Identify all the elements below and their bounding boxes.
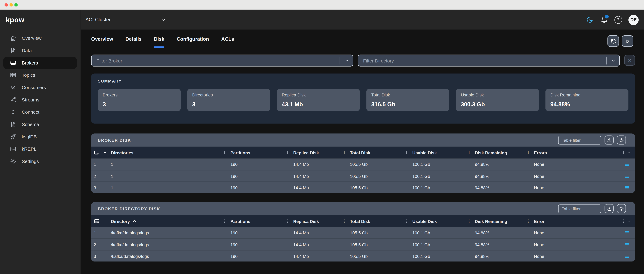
column-menu-icon[interactable]: ⋮	[525, 219, 534, 224]
notifications-button[interactable]	[600, 16, 608, 24]
table-row[interactable]: 1 1 190 14.4 Mb 105.5 Gb 100.1 Gb 94.88%…	[91, 158, 635, 170]
column-menu-icon[interactable]: ⋮	[222, 150, 230, 155]
sort-ascending-icon	[103, 150, 107, 155]
sidebar-item-consumers[interactable]: Consumers	[3, 81, 77, 94]
chevron-down-icon[interactable]	[611, 58, 616, 63]
tab-overview[interactable]: Overview	[91, 36, 113, 44]
row-menu-icon[interactable]	[624, 254, 630, 258]
column-header-disk-remaining[interactable]: ⋮Disk Remaining	[466, 150, 525, 155]
row-menu-icon[interactable]	[624, 242, 630, 247]
partitions-cell: 190	[222, 242, 284, 247]
total-disk-cell: 105.5 Gb	[341, 230, 404, 235]
download-button[interactable]	[604, 204, 614, 213]
sidebar-item-schema[interactable]: Schema	[3, 118, 77, 130]
table-icon	[10, 72, 16, 78]
column-header-total-disk[interactable]: ⋮Total Disk	[341, 218, 404, 224]
column-header-directory[interactable]: Directory	[109, 218, 222, 224]
table-header-menu: ⋮	[620, 218, 635, 224]
chevron-down-icon[interactable]	[344, 58, 350, 63]
live-mode-button[interactable]	[622, 36, 633, 47]
sidebar-item-connect[interactable]: Connect	[3, 106, 77, 118]
column-menu-icon[interactable]: ⋮	[620, 150, 626, 155]
column-header-error[interactable]: ⋮Error	[525, 218, 620, 224]
column-header-label: Disk Remaining	[475, 218, 507, 224]
directory-filter-input[interactable]	[358, 55, 620, 66]
column-menu-icon[interactable]: ⋮	[341, 219, 350, 224]
download-button[interactable]	[604, 136, 614, 144]
row-menu-icon[interactable]	[624, 185, 630, 190]
sidebar-item-topics[interactable]: Topics	[3, 69, 77, 82]
column-menu-icon[interactable]: ⋮	[284, 150, 293, 155]
broker-directory-disk-title: BROKER DIRECTORY DISK	[98, 206, 160, 211]
column-header-replica-disk[interactable]: ⋮Replica Disk	[284, 150, 341, 155]
sidebar-item-ksqldb[interactable]: ksqlDB	[3, 130, 77, 143]
column-menu-icon[interactable]: ⋮	[284, 219, 293, 224]
column-menu-icon[interactable]: ⋮	[525, 150, 534, 155]
table-row[interactable]: 2 1 190 14.4 Mb 105.5 Gb 100.1 Gb 94.88%…	[91, 170, 635, 182]
column-header-partitions[interactable]: ⋮Partitions	[222, 218, 284, 224]
refresh-button[interactable]	[608, 36, 619, 47]
table-row[interactable]: 2 /kafka/datalogs/logs 190 14.4 Mb 105.5…	[91, 238, 635, 250]
file-search-icon	[10, 47, 16, 54]
disk-remaining-cell: 94.88%	[466, 230, 525, 235]
column-menu-icon[interactable]: ⋮	[341, 150, 350, 155]
tab-acls[interactable]: ACLs	[221, 36, 234, 44]
row-menu-icon[interactable]	[624, 230, 630, 235]
sidebar-item-overview[interactable]: Overview	[3, 32, 77, 44]
columns-menu-icon[interactable]	[628, 150, 630, 155]
broker-filter-input[interactable]	[91, 55, 353, 66]
column-header-disk-remaining[interactable]: ⋮Disk Remaining	[466, 218, 525, 224]
column-header-usable-disk[interactable]: ⋮Usable Disk	[403, 218, 466, 224]
row-menu-icon[interactable]	[624, 162, 630, 166]
column-menu-icon[interactable]: ⋮	[403, 150, 412, 155]
sidebar-item-settings[interactable]: Settings	[3, 155, 77, 168]
table-row[interactable]: 3 /kafka/datalogs/logs 190 14.4 Mb 105.5…	[91, 250, 635, 262]
sidebar-item-label: Streams	[22, 98, 39, 102]
column-menu-icon[interactable]: ⋮	[466, 219, 475, 224]
column-header-label: Error	[534, 218, 544, 224]
app-window: kpow Overview Data Brokers Topics Consum…	[0, 0, 644, 274]
row-menu-icon[interactable]	[624, 174, 630, 178]
clear-filters-button[interactable]: ✕	[624, 55, 635, 66]
column-header-usable-disk[interactable]: ⋮Usable Disk	[403, 150, 466, 155]
minimize-window-button[interactable]	[10, 3, 13, 6]
column-header-errors[interactable]: ⋮Errors	[525, 150, 620, 155]
table-filter-input[interactable]	[558, 136, 601, 144]
sidebar-item-label: Data	[22, 48, 32, 53]
columns-menu-icon[interactable]	[628, 218, 630, 224]
table-controls	[558, 136, 626, 144]
column-header-partitions[interactable]: ⋮Partitions	[222, 150, 284, 155]
card-value: 43.1 Mb	[282, 101, 355, 108]
cluster-selector[interactable]: ACLCluster	[85, 17, 166, 23]
column-menu-icon[interactable]: ⋮	[620, 219, 626, 224]
summary-card-replica-disk: Replica Disk 43.1 Mb	[277, 89, 360, 111]
user-avatar[interactable]: DE	[628, 14, 639, 25]
table-filter-input[interactable]	[558, 204, 601, 213]
table-row[interactable]: 1 /kafka/datalogs/logs 190 14.4 Mb 105.5…	[91, 227, 635, 238]
table-row[interactable]: 3 1 190 14.4 Mb 105.5 Gb 100.1 Gb 94.88%…	[91, 182, 635, 193]
close-window-button[interactable]	[4, 3, 8, 6]
table-controls	[558, 204, 626, 213]
tab-configuration[interactable]: Configuration	[177, 36, 209, 44]
help-button[interactable]: ?	[614, 16, 622, 24]
broker-column-header[interactable]	[91, 218, 109, 224]
column-menu-icon[interactable]: ⋮	[403, 219, 412, 224]
sidebar-item-streams[interactable]: Streams	[3, 94, 77, 106]
broker-column-header[interactable]	[91, 150, 109, 156]
table-settings-button[interactable]	[617, 204, 626, 213]
column-header-directories[interactable]: Directories	[109, 150, 222, 155]
column-menu-icon[interactable]: ⋮	[222, 219, 230, 224]
dark-mode-toggle[interactable]	[586, 16, 594, 24]
column-header-label: Usable Disk	[412, 218, 437, 224]
zoom-window-button[interactable]	[14, 3, 18, 6]
table-settings-button[interactable]	[617, 136, 626, 144]
tab-details[interactable]: Details	[126, 36, 142, 44]
column-header-total-disk[interactable]: ⋮Total Disk	[341, 150, 404, 155]
column-header-replica-disk[interactable]: ⋮Replica Disk	[284, 218, 341, 224]
summary-title: SUMMARY	[98, 79, 122, 84]
sidebar-item-krepl[interactable]: kREPL	[3, 143, 77, 155]
column-menu-icon[interactable]: ⋮	[466, 150, 475, 155]
sidebar-item-data[interactable]: Data	[3, 44, 77, 57]
sidebar-item-brokers[interactable]: Brokers	[3, 57, 77, 69]
tab-disk[interactable]: Disk	[154, 36, 164, 44]
